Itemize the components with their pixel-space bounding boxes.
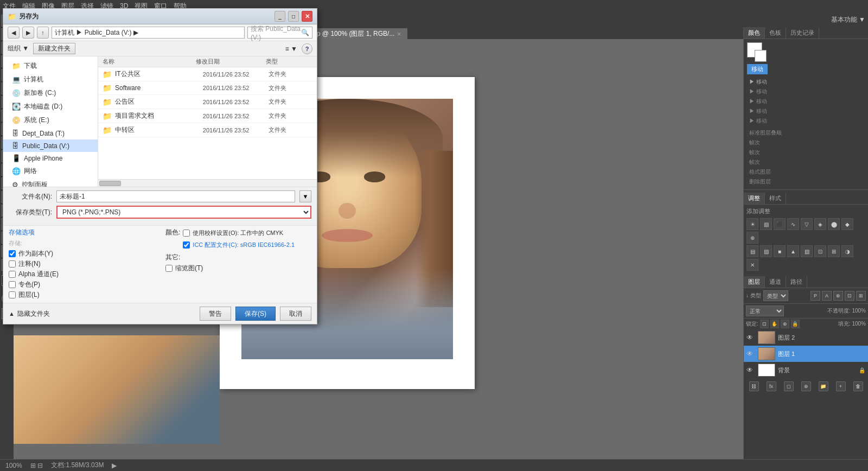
tab-channels[interactable]: 通道 [765, 276, 786, 288]
tab-swatches[interactable]: 色板 [765, 27, 786, 39]
cancel-btn[interactable]: 取消 [280, 307, 311, 321]
file-row-1[interactable]: 📁 Software 2016/11/26 23:52 文件夹 [98, 81, 317, 95]
btn-fx[interactable]: fx [767, 381, 776, 391]
layer-item-2[interactable]: 👁 图层 2 [744, 329, 868, 346]
workspace-label[interactable]: 基本功能 ▼ [831, 15, 865, 24]
sidebar-item-drive-c[interactable]: 💿 新加卷 (C:) [3, 86, 98, 100]
adj-gradient[interactable]: ▨ [760, 245, 772, 257]
tab-paths[interactable]: 路径 [786, 276, 807, 288]
layer-bg-eye[interactable]: 👁 [746, 366, 755, 374]
layers-checkbox[interactable] [9, 291, 16, 298]
file-row-2[interactable]: 📁 公告区 2016/11/26 23:52 文件夹 [98, 95, 317, 109]
adj-gradient2[interactable]: ▧ [801, 245, 813, 257]
new-folder-btn[interactable]: 新建文件夹 [33, 43, 75, 54]
lock-icon-3[interactable]: ⊕ [781, 320, 789, 328]
adj-colorbalance[interactable]: ⊕ [746, 232, 758, 244]
filename-input[interactable] [56, 190, 295, 202]
organize-btn[interactable]: 组织 ▼ [8, 44, 29, 53]
filter-icon-3[interactable]: ⊕ [833, 291, 843, 301]
adj-posterize[interactable]: ■ [774, 245, 786, 257]
filter-icon-2[interactable]: A [822, 291, 832, 301]
lock-icon-2[interactable]: ✋ [770, 320, 779, 328]
filetype-select[interactable]: PNG (*.PNG;*.PNS) [56, 206, 311, 219]
tab-layers[interactable]: 图层 [744, 276, 765, 288]
adj-extra1[interactable]: ✕ [746, 259, 758, 271]
use-color-checkbox[interactable] [183, 230, 190, 237]
btn-new-layer[interactable]: + [836, 381, 846, 391]
layer-2-eye[interactable]: 👁 [746, 334, 755, 341]
sidebar-item-drive-d[interactable]: 💽 本地磁盘 (D:) [3, 100, 98, 113]
blend-mode-select[interactable]: 正常 [746, 305, 784, 316]
status-icons[interactable]: ⊞ ⊟ [30, 462, 43, 469]
save-copy-checkbox[interactable] [9, 250, 16, 257]
adj-select[interactable]: ⊡ [814, 245, 826, 257]
sidebar-item-apple-iphone[interactable]: 📱 Apple iPhone [3, 152, 98, 164]
tab-2-close[interactable]: ✕ [397, 31, 401, 37]
btn-adj[interactable]: ⊕ [801, 381, 811, 391]
adj-exposure[interactable]: ▽ [801, 218, 813, 230]
lock-icon-4[interactable]: 🔒 [791, 320, 800, 328]
sidebar-item-dept-data[interactable]: 🗄 Dept_Data (T:) [3, 127, 98, 139]
thumbnail-checkbox[interactable] [165, 265, 173, 272]
save-btn[interactable]: 保存(S) [235, 307, 276, 321]
adj-vibrance[interactable]: ◈ [814, 218, 826, 230]
move-label: 移动 [747, 64, 768, 74]
adj-channel[interactable]: ⊞ [828, 245, 840, 257]
dialog-up-btn[interactable]: ↑ [37, 27, 49, 39]
file-row-0[interactable]: 📁 IT公共区 2016/11/26 23:52 文件夹 [98, 67, 317, 81]
save-options-title[interactable]: 存储选项 [9, 228, 155, 237]
warn-btn[interactable]: 警告 [200, 307, 231, 321]
tab-color[interactable]: 颜色 [744, 27, 765, 39]
btn-link[interactable]: ⛓ [749, 381, 759, 391]
adj-print[interactable]: ▤ [746, 245, 758, 257]
sidebar-item-download[interactable]: 📁 下载 [3, 59, 98, 73]
dialog-close-btn[interactable]: ✕ [302, 11, 312, 22]
adj-curves[interactable]: ∿ [787, 218, 799, 230]
lock-icon-1[interactable]: ⊡ [760, 320, 769, 328]
hide-folder-btn[interactable]: ▲ 隐藏文件夹 [9, 309, 50, 319]
sidebar-item-drive-e[interactable]: 📀 系统 (E:) [3, 113, 98, 127]
alpha-checkbox[interactable] [9, 271, 16, 278]
h-scrollbar-thumb[interactable] [99, 181, 121, 186]
tab-history[interactable]: 历史记录 [786, 27, 819, 39]
filter-icon-1[interactable]: P [810, 291, 820, 301]
spot-checkbox[interactable] [9, 281, 16, 288]
dialog-minimize[interactable]: _ [275, 11, 285, 22]
sidebar-item-control-panel[interactable]: ⚙ 控制面板 [3, 178, 98, 187]
help-btn[interactable]: ? [302, 43, 312, 54]
filename-dropdown-btn[interactable]: ▼ [299, 190, 311, 202]
layer-item-1[interactable]: 👁 图层 1 [744, 346, 868, 362]
dialog-forward-btn[interactable]: ▶ [22, 27, 34, 39]
sidebar-item-network[interactable]: 🌐 网络 [3, 164, 98, 178]
file-row-3[interactable]: 📁 项目需求文档 2016/11/26 23:52 文件夹 [98, 109, 317, 123]
filter-icon-5[interactable]: ⊞ [856, 291, 866, 301]
h-scrollbar[interactable] [98, 179, 317, 187]
filter-icon-4[interactable]: ⊡ [845, 291, 854, 301]
adj-threshold[interactable]: ▲ [787, 245, 799, 257]
adj-hue[interactable]: ⬤ [828, 218, 840, 230]
adj-saturation[interactable]: ◆ [841, 218, 853, 230]
adj-invert[interactable]: ◑ [841, 245, 853, 257]
file-row-4[interactable]: 📁 中转区 2016/11/26 23:52 文件夹 [98, 123, 317, 137]
adj-levels[interactable]: ⬛ [774, 218, 786, 230]
dialog-search-box[interactable]: 搜索 Public_Data (V:) 🔍 [247, 27, 312, 39]
btn-mask[interactable]: ◻ [784, 381, 794, 391]
layer-item-bg[interactable]: 👁 背景 🔒 [744, 362, 868, 378]
adj-brightness[interactable]: ☀ [746, 218, 758, 230]
sidebar-item-public-data[interactable]: 🗄 Public_Data (V:) [3, 139, 98, 152]
view-btn[interactable]: ≡ ▼ [285, 45, 297, 53]
layer-1-eye[interactable]: 👁 [746, 350, 755, 358]
tab-adjust[interactable]: 调整 [744, 193, 765, 204]
tab-style[interactable]: 样式 [765, 193, 786, 204]
btn-delete[interactable]: 🗑 [853, 381, 863, 391]
dialog-back-btn[interactable]: ◀ [8, 27, 20, 39]
background-swatch[interactable] [755, 50, 767, 62]
annotations-checkbox[interactable] [9, 260, 16, 268]
adj-contrast[interactable]: ▧ [760, 218, 772, 230]
filter-select[interactable]: 类型 [763, 290, 788, 301]
sidebar-item-computer[interactable]: 💻 计算机 [3, 73, 98, 86]
icc-checkbox[interactable] [183, 241, 190, 249]
dialog-maximize[interactable]: □ [288, 11, 299, 22]
btn-group[interactable]: 📁 [819, 381, 828, 391]
status-arrow[interactable]: ▶ [112, 462, 117, 469]
